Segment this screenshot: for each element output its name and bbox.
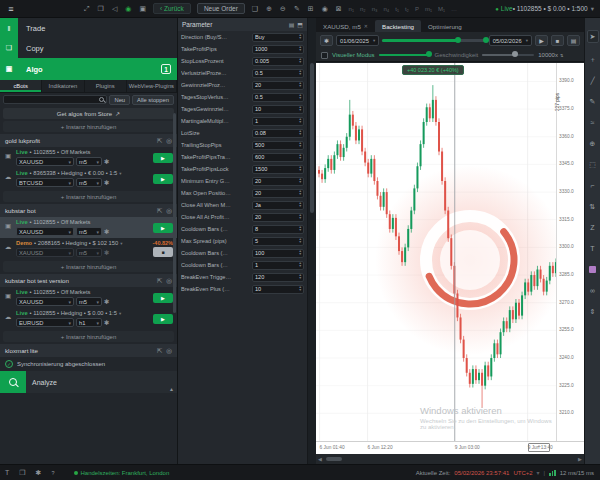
save-parameters-icon[interactable]: ⬒ bbox=[297, 21, 303, 28]
account-selector[interactable]: ● Live • 1102855 • $ 0.00 • 1:500 ▾ bbox=[495, 5, 600, 13]
parameter-input[interactable]: 0.005▲▼ bbox=[252, 57, 304, 66]
speed-value[interactable]: 10000x⇅ bbox=[538, 52, 563, 58]
sidebar-scrollbar[interactable] bbox=[173, 113, 176, 313]
manage-bot-icon[interactable]: ◎ bbox=[166, 277, 172, 285]
tab-cbots[interactable]: cBots bbox=[0, 80, 42, 92]
instance-settings-icon[interactable]: ✱ bbox=[104, 249, 109, 257]
text-icon[interactable]: T bbox=[587, 238, 599, 259]
close-icon[interactable]: ✕ bbox=[364, 23, 368, 29]
symbol-select[interactable]: XAUUSD▾ bbox=[16, 248, 74, 257]
timeframe-select[interactable]: m5▾ bbox=[76, 297, 102, 306]
stop-all-button[interactable]: Alle stoppen bbox=[132, 95, 174, 105]
progress-handle[interactable] bbox=[455, 37, 461, 43]
selection-icon[interactable]: ⬚ bbox=[587, 154, 599, 175]
parameter-input[interactable]: 8▲▼ bbox=[252, 225, 304, 234]
time-axis[interactable]: ⌃ 6 Jun 01:406 Jun 12:209 Jun 03:009 Jun… bbox=[316, 441, 584, 454]
magnifier-icon[interactable]: ⊕ bbox=[587, 133, 599, 154]
stepper-icon[interactable]: ▲▼ bbox=[299, 202, 302, 209]
export-parameters-icon[interactable]: ▤ bbox=[289, 21, 295, 28]
scroll-right-icon[interactable]: ▶ bbox=[576, 456, 584, 462]
instance-settings-icon[interactable]: ✱ bbox=[104, 179, 109, 187]
analyze-search-button[interactable] bbox=[0, 371, 26, 393]
parameter-input[interactable]: 100▲▼ bbox=[252, 249, 304, 258]
parameter-input[interactable]: Buy▲▼ bbox=[252, 33, 304, 42]
stepper-icon[interactable]: ▲▼ bbox=[299, 190, 302, 197]
stepper-icon[interactable]: ▲▼ bbox=[299, 274, 302, 281]
visual-mode-checkbox[interactable] bbox=[321, 52, 328, 59]
backtest-progress-slider[interactable] bbox=[382, 39, 485, 42]
stepper-icon[interactable]: ▲▼ bbox=[299, 178, 302, 185]
bot-section-header[interactable]: kubstar bot⇱◎ bbox=[0, 204, 177, 217]
stepper-icon[interactable]: ▲▼ bbox=[299, 70, 302, 77]
parameter-input[interactable]: 0.5▲▼ bbox=[252, 69, 304, 78]
timezone-selector[interactable]: UTC+2 bbox=[513, 470, 532, 476]
open-in-window-icon[interactable]: ⇱ bbox=[157, 137, 162, 145]
parameter-input[interactable]: 20▲▼ bbox=[252, 213, 304, 222]
manage-bot-icon[interactable]: ◎ bbox=[166, 347, 172, 355]
get-algos-store-button[interactable]: Get algos from Store↗ bbox=[3, 108, 174, 119]
stepper-icon[interactable]: ▲▼ bbox=[299, 58, 302, 65]
instance-settings-icon[interactable]: ✱ bbox=[104, 298, 109, 306]
timeframe-select[interactable]: m5▾ bbox=[76, 227, 102, 236]
chat-icon[interactable]: ❑ bbox=[248, 5, 262, 12]
start-instance-button[interactable]: ▶ bbox=[153, 314, 173, 324]
stop-instance-button[interactable]: ■ bbox=[153, 247, 173, 257]
timeframe-preset-…[interactable]: … bbox=[448, 6, 460, 12]
sidebar-item-algo[interactable]: ▣ Algo 1 bbox=[0, 58, 177, 80]
bot-instance[interactable]: ☁Live• 8365338 • Hedging • € 0.00 • 1:5▾… bbox=[0, 168, 177, 189]
stepper-icon[interactable]: ▲▼ bbox=[299, 94, 302, 101]
timeframe-preset-n₁[interactable]: n₁ bbox=[346, 6, 357, 12]
sidebar-item-copy[interactable]: ❏ Copy bbox=[0, 38, 177, 58]
measure-icon[interactable]: ⌐ bbox=[587, 175, 599, 196]
timeframe-preset-M₁[interactable]: M₁ bbox=[435, 6, 448, 12]
tab-chart-symbol[interactable]: XAUUSD, m5✕ bbox=[316, 20, 375, 32]
timeframe-preset-t₁[interactable]: t₁ bbox=[392, 6, 402, 12]
timeframe-preset-n₄[interactable]: n₄ bbox=[380, 6, 392, 12]
algo-search-input[interactable] bbox=[3, 95, 107, 104]
scroll-up-icon[interactable]: ▲ bbox=[169, 386, 174, 392]
parameter-input[interactable]: Ja▲▼ bbox=[252, 201, 304, 210]
timeframe-preset-P[interactable]: P bbox=[412, 6, 422, 12]
start-instance-button[interactable]: ▶ bbox=[153, 153, 173, 163]
add-instance-button[interactable]: + Instanz hinzufügen bbox=[3, 261, 174, 272]
instance-settings-icon[interactable]: ✱ bbox=[104, 228, 109, 236]
parameter-input[interactable]: 1▲▼ bbox=[252, 261, 304, 270]
parameter-input[interactable]: 1▲▼ bbox=[252, 117, 304, 126]
workspace-icon[interactable]: ❐ bbox=[94, 5, 108, 12]
timeframe-select[interactable]: m5▾ bbox=[76, 248, 102, 257]
color-swatch-icon[interactable] bbox=[587, 259, 599, 280]
timeframe-select[interactable]: m5▾ bbox=[76, 157, 102, 166]
sound-icon[interactable]: ◁ bbox=[108, 5, 121, 12]
candlestick-chart[interactable]: +40 023.20 € (+40%) Windows aktivieren W… bbox=[316, 63, 556, 441]
add-instance-button[interactable]: + Instanz hinzufügen bbox=[3, 121, 174, 132]
open-in-window-icon[interactable]: ⇱ bbox=[157, 207, 162, 215]
parameter-input[interactable]: 10▲▼ bbox=[252, 285, 304, 294]
help-icon[interactable]: ? bbox=[46, 470, 59, 476]
bot-section-header[interactable]: gold lukprofit⇱◎ bbox=[0, 134, 177, 147]
stepper-icon[interactable]: ▲▼ bbox=[299, 250, 302, 257]
stepper-icon[interactable]: ▲▼ bbox=[299, 130, 302, 137]
stepper-icon[interactable]: ▲▼ bbox=[299, 154, 302, 161]
symbol-select[interactable]: XAUUSD▾ bbox=[16, 227, 74, 236]
link-icon[interactable]: ∞ bbox=[587, 280, 599, 301]
collapse-icon[interactable]: ⤢ bbox=[80, 5, 94, 12]
chart-horizontal-scrollbar[interactable]: ◀ ▶ bbox=[316, 454, 584, 464]
tab-webview-plugins[interactable]: WebView-Plugins bbox=[127, 80, 177, 92]
parameter-input[interactable]: 10▲▼ bbox=[252, 105, 304, 114]
parameter-input[interactable]: 20▲▼ bbox=[252, 177, 304, 186]
parameter-input[interactable]: 20▲▼ bbox=[252, 81, 304, 90]
stepper-icon[interactable]: ▲▼ bbox=[299, 262, 302, 269]
start-instance-button[interactable]: ▶ bbox=[153, 174, 173, 184]
zorder-icon[interactable]: Z bbox=[587, 217, 599, 238]
parameter-input[interactable]: 500▲▼ bbox=[252, 141, 304, 150]
symbol-select[interactable]: BTCUSD▾ bbox=[16, 178, 74, 187]
stepper-icon[interactable]: ▲▼ bbox=[299, 166, 302, 173]
visual-detail-slider[interactable] bbox=[379, 54, 431, 57]
backtest-settings-button[interactable]: ✱ bbox=[320, 35, 333, 46]
stop-backtest-button[interactable]: ■ bbox=[551, 35, 564, 46]
stepper-icon[interactable]: ▲▼ bbox=[299, 82, 302, 89]
parameter-input[interactable]: 120▲▼ bbox=[252, 273, 304, 282]
symbol-select[interactable]: XAUUSD▾ bbox=[16, 297, 74, 306]
tab-plugins[interactable]: Plugins bbox=[85, 80, 127, 92]
timeframe-preset-m₁[interactable]: m₁ bbox=[422, 6, 435, 12]
